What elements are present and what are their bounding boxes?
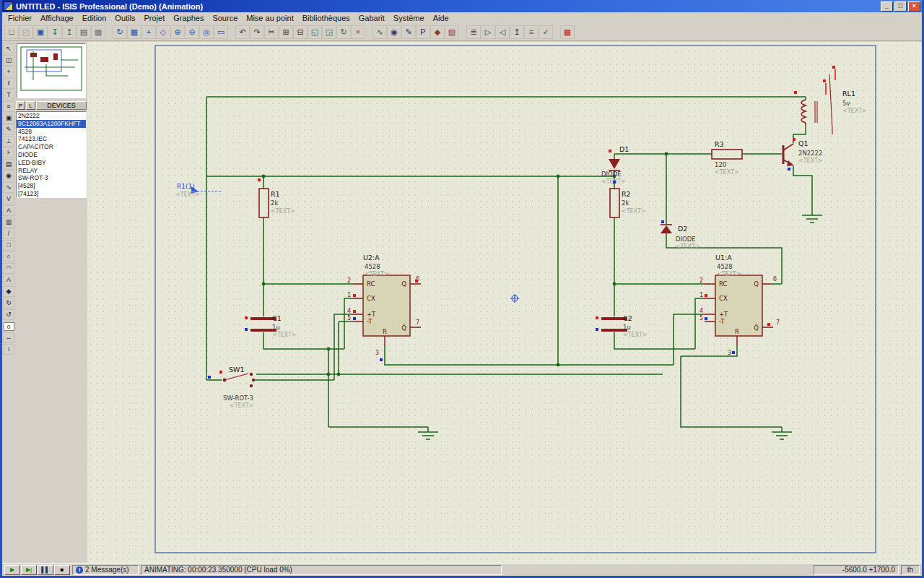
rotate-anticlockwise-button[interactable]: ↺ (3, 309, 14, 320)
toolbar-button-remove-sheet[interactable]: ◁ (495, 25, 510, 39)
toolbar-button-block-copy[interactable]: ◱ (308, 25, 322, 39)
side-tool-component-mode[interactable]: ◫ (3, 55, 14, 66)
device-item[interactable]: [4528] (17, 182, 86, 190)
component-c2[interactable]: C2 1u <TEXT> (601, 314, 648, 338)
device-item[interactable]: [74123] (17, 190, 86, 198)
menu-item[interactable]: Fichier (4, 13, 36, 23)
toolbar-button-exit-to-parent[interactable]: ↥ (510, 25, 524, 39)
menu-item[interactable]: Projet (139, 13, 169, 23)
device-item[interactable]: SW-ROT-3 (17, 174, 86, 182)
menu-item[interactable]: Aide (429, 13, 453, 23)
side-tool-2d-text-mode[interactable]: A (3, 275, 14, 285)
library-manager-button[interactable]: L (26, 101, 35, 110)
toolbar-button-toggle-grid[interactable]: ▦ (127, 25, 141, 39)
sim-control-step[interactable]: ▶| (21, 565, 37, 575)
component-q1[interactable]: Q1 2N2222 <TEXT> (783, 139, 823, 166)
message-panel[interactable]: i 2 Message(s) (72, 565, 139, 575)
minimize-button[interactable]: _ (881, 1, 893, 12)
device-item[interactable]: LED-BIBY (17, 159, 86, 167)
toolbar-button-pick-parts[interactable]: P (416, 25, 430, 39)
schematic-overview[interactable] (17, 43, 86, 98)
toolbar-button-wire-autorouter[interactable]: ∿ (372, 25, 387, 39)
toolbar-button-new-design[interactable]: □ (4, 25, 19, 39)
rotate-clockwise-button[interactable]: ↻ (3, 298, 14, 309)
side-tool-selection-mode[interactable]: ↖ (3, 43, 14, 54)
side-tool-virtual-instruments-mode[interactable]: ▥ (3, 217, 14, 228)
side-tool-graph-mode[interactable]: ▤ (3, 159, 14, 170)
toolbar-button-false-origin[interactable]: + (141, 25, 156, 39)
toolbar-button-cut[interactable]: ✂ (264, 25, 279, 39)
toolbar-button-zoom-all[interactable]: ◎ (199, 25, 214, 39)
menu-item[interactable]: Mise au point (242, 13, 297, 23)
side-tool-junction-dot-mode[interactable]: + (3, 66, 14, 77)
menu-item[interactable]: Graphes (169, 13, 208, 23)
toolbar-button-mark-output-area[interactable]: ▩ (91, 25, 105, 39)
side-tool-device-pins-mode[interactable]: ⊦ (3, 147, 14, 158)
side-tool-2d-symbol-mode[interactable]: ◆ (3, 286, 14, 297)
toolbar-button-zoom-area[interactable]: ▭ (214, 25, 228, 39)
device-item[interactable]: DIODE (17, 151, 86, 159)
toolbar-button-open-design[interactable]: ◰ (19, 25, 33, 39)
component-r2[interactable]: R2 2k <TEXT> (610, 189, 646, 217)
side-tool-generator-mode[interactable]: ∿ (3, 182, 14, 193)
toolbar-button-redraw[interactable]: ↻ (113, 25, 127, 39)
menu-item[interactable]: Source (208, 13, 242, 23)
toolbar-button-netlist-to-ares[interactable]: ▦ (560, 25, 575, 39)
y-mirror-button[interactable]: ↕ (3, 344, 14, 355)
toolbar-button-paste[interactable]: ⊟ (293, 25, 308, 39)
component-rl1[interactable]: RL1 5v <TEXT> (801, 69, 867, 134)
toolbar-button-bill-of-materials[interactable]: ≡ (524, 25, 539, 39)
side-tool-tape-recorder-mode[interactable]: ◉ (3, 171, 14, 181)
toolbar-button-block-rotate[interactable]: ↻ (336, 25, 351, 39)
toolbar-button-copy[interactable]: ⊞ (279, 25, 293, 39)
side-tool-2d-box-mode[interactable]: □ (3, 240, 14, 251)
component-d1[interactable]: D1 DIODE <TEXT> (601, 145, 629, 185)
sim-control-pause[interactable]: ▌▌ (38, 565, 53, 575)
side-tool-terminals-mode[interactable]: ⊥ (3, 136, 14, 147)
device-item[interactable]: 74123.IEC (17, 135, 86, 143)
maximize-button[interactable]: □ (894, 1, 907, 12)
side-tool-current-probe-mode[interactable]: A (3, 205, 14, 216)
close-button[interactable]: × (908, 1, 920, 12)
device-list[interactable]: 2N22229C12063A1200FKHFT452874123.IECCAPA… (16, 111, 87, 198)
rotation-angle-field[interactable]: 0 (4, 322, 14, 331)
schematic-canvas[interactable]: R1 2k <TEXT> R2 2k <TEXT> R3 120 <TEXT> (87, 42, 922, 563)
sim-control-play[interactable]: ▶ (4, 565, 20, 575)
component-c1[interactable]: C1 1u <TEXT> (250, 314, 297, 338)
menu-item[interactable]: Edition (78, 13, 111, 23)
toolbar-button-search-and-tag[interactable]: ◉ (387, 25, 401, 39)
side-tool-buses-mode[interactable]: ≡ (3, 101, 14, 112)
toolbar-button-design-explorer[interactable]: ≣ (466, 25, 481, 39)
side-tool-2d-arc-mode[interactable]: ◠ (3, 263, 14, 274)
toolbar-button-export-section[interactable]: ↥ (62, 25, 77, 39)
device-item[interactable]: 9C12063A1200FKHFT (17, 120, 86, 128)
toolbar-button-zoom-out[interactable]: ⊖ (185, 25, 199, 39)
side-tool-2d-circle-mode[interactable]: ○ (3, 251, 14, 262)
menu-item[interactable]: Affichage (36, 13, 78, 23)
toolbar-button-packaging-tool[interactable]: ▧ (445, 25, 459, 39)
side-tool-wire-label-mode[interactable]: ℓ (3, 78, 14, 89)
toolbar-button-save-design[interactable]: ▣ (33, 25, 48, 39)
component-r3[interactable]: R3 120 <TEXT> (712, 140, 742, 176)
toolbar-button-block-move[interactable]: ◲ (322, 25, 336, 39)
toolbar-button-make-device[interactable]: ◆ (430, 25, 445, 39)
component-u2[interactable]: U2:A 4528 <TEXT> RC CX +T -T Q Q̄ R 2 1 … (347, 254, 419, 356)
toolbar-button-print[interactable]: ▤ (77, 25, 91, 39)
side-tool-2d-line-mode[interactable]: / (3, 228, 14, 239)
device-item[interactable]: RELAY (17, 167, 86, 175)
pick-devices-button[interactable]: P (16, 101, 25, 110)
sim-control-stop[interactable]: ■ (54, 565, 70, 575)
toolbar-button-redo[interactable]: ↷ (250, 25, 264, 39)
menu-item[interactable]: Bibliothèques (298, 13, 354, 23)
device-item[interactable]: 4528 (17, 128, 86, 136)
side-tool-subcircuit-mode[interactable]: ▣ (3, 113, 14, 124)
voltage-probe-r1[interactable]: R1(1) <TEXT> (175, 183, 222, 198)
device-item[interactable]: CAPACITOR (17, 143, 86, 151)
toolbar-button-center-at-cursor[interactable]: ◇ (156, 25, 170, 39)
toolbar-button-undo[interactable]: ↶ (235, 25, 250, 39)
side-tool-voltage-probe-mode[interactable]: V (3, 194, 14, 204)
toolbar-button-property-assignment[interactable]: ✎ (401, 25, 416, 39)
toolbar-button-import-section[interactable]: ↧ (48, 25, 62, 39)
toolbar-button-electrical-rule-check[interactable]: ✓ (539, 25, 553, 39)
component-sw1[interactable]: SW1 SW-ROT-3 <TEXT> (223, 366, 256, 409)
